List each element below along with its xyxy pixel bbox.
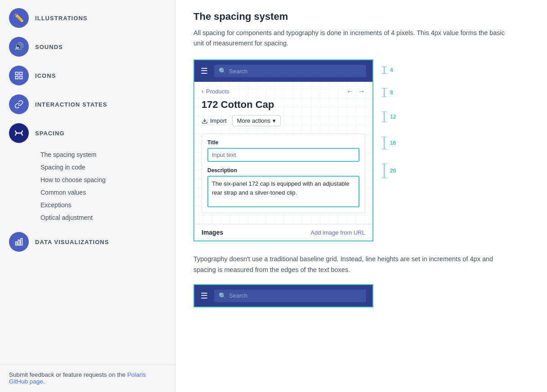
preview-box: ☰ 🔍 Search ‹ Products ← → 1 xyxy=(193,59,373,241)
search-icon: 🔍 xyxy=(219,67,226,75)
annotation-20: 20 xyxy=(381,164,396,178)
preview-search-bottom[interactable]: 🔍 Search xyxy=(214,290,366,302)
subnav-item-optical-adjustment[interactable]: Optical adjustment xyxy=(35,211,175,224)
search-placeholder-bottom: Search xyxy=(229,292,247,299)
svg-rect-5 xyxy=(18,240,19,245)
preview-search[interactable]: 🔍 Search xyxy=(214,65,366,77)
breadcrumb-text[interactable]: Products xyxy=(206,88,229,95)
sidebar-item-icons[interactable]: ICONS xyxy=(0,61,175,90)
sidebar-item-label: ICONS xyxy=(35,72,56,79)
annotations-panel: 4 8 12 xyxy=(373,59,396,185)
import-label: Import xyxy=(210,117,227,124)
annotation-12: 12 xyxy=(381,111,396,122)
preview-box-bottom: ☰ 🔍 Search xyxy=(193,284,373,307)
preview-content: ‹ Products ← → 172 Cotton Cap Import xyxy=(194,82,372,224)
svg-rect-0 xyxy=(16,72,18,75)
sidebar-item-interaction-states[interactable]: INTERACTION STATES xyxy=(0,90,175,119)
annotation-arrow-icon xyxy=(381,137,388,149)
sidebar: ✏️ ILLUSTRATIONS 🔊 SOUNDS ICONS INTERACT… xyxy=(0,0,175,392)
annotation-8: 8 xyxy=(381,88,393,97)
images-section-title: Images xyxy=(202,229,223,236)
back-arrow-icon: ‹ xyxy=(202,88,203,94)
breadcrumb-row: ‹ Products ← → xyxy=(202,87,365,95)
subnav-item-how-to-choose[interactable]: How to choose spacing xyxy=(35,174,175,186)
sidebar-item-label: DATA VISUALIZATIONS xyxy=(35,239,109,245)
sidebar-item-sounds[interactable]: 🔊 SOUNDS xyxy=(0,32,175,61)
footer-text-before: Submit feedback or feature requests on t… xyxy=(9,371,127,378)
more-actions-button[interactable]: More actions ▾ xyxy=(232,115,281,126)
svg-rect-4 xyxy=(16,242,17,245)
interaction-states-icon xyxy=(9,94,29,114)
title-input-placeholder: Input text xyxy=(212,151,236,158)
sidebar-item-illustrations[interactable]: ✏️ ILLUSTRATIONS xyxy=(0,4,175,32)
annotation-16: 16 xyxy=(381,137,396,149)
icons-icon xyxy=(9,66,29,85)
more-actions-label: More actions xyxy=(237,117,270,124)
annotation-4: 4 xyxy=(381,67,393,74)
annotation-arrow-icon xyxy=(381,164,388,178)
sidebar-item-data-visualizations[interactable]: DATA VISUALIZATIONS xyxy=(0,227,175,256)
title-field-label: Title xyxy=(207,139,359,146)
footer-text-after: . xyxy=(43,378,45,385)
product-title: 172 Cotton Cap xyxy=(202,99,365,111)
hamburger-icon[interactable]: ☰ xyxy=(201,66,208,76)
prev-arrow-icon[interactable]: ← xyxy=(346,87,354,95)
svg-rect-2 xyxy=(16,76,18,79)
data-viz-icon xyxy=(9,232,29,252)
section-title: The spacing system xyxy=(193,11,529,22)
chevron-down-icon: ▾ xyxy=(273,117,276,124)
spacing-icon xyxy=(9,123,29,143)
subnav-item-common-values[interactable]: Common values xyxy=(35,186,175,199)
intro-text: All spacing for components and typograph… xyxy=(193,28,508,49)
hamburger-icon-bottom[interactable]: ☰ xyxy=(201,291,208,301)
import-button[interactable]: Import xyxy=(202,117,227,124)
annotation-arrow-icon xyxy=(381,67,388,74)
illustrations-icon: ✏️ xyxy=(9,8,29,28)
preview-actions: Import More actions ▾ xyxy=(202,115,365,126)
description-textarea[interactable]: The six-panel 172 cap is equipped with a… xyxy=(207,176,359,207)
svg-rect-6 xyxy=(21,239,22,245)
sounds-icon: 🔊 xyxy=(9,37,29,57)
main-content: The spacing system All spacing for compo… xyxy=(175,0,547,392)
body-text-2: Typography doesn't use a traditional bas… xyxy=(193,254,508,275)
preview-form-section: Title Input text Description The six-pan… xyxy=(202,134,365,213)
sidebar-scroll: ✏️ ILLUSTRATIONS 🔊 SOUNDS ICONS INTERACT… xyxy=(0,0,175,365)
sidebar-item-label: SPACING xyxy=(35,130,65,137)
svg-rect-3 xyxy=(20,76,22,79)
annotation-value-4: 4 xyxy=(390,67,393,73)
sidebar-item-label: INTERACTION STATES xyxy=(35,101,108,108)
description-field-label: Description xyxy=(207,167,359,174)
annotation-arrow-icon xyxy=(381,88,388,97)
next-arrow-icon[interactable]: → xyxy=(358,87,365,95)
annotation-arrow-icon xyxy=(381,111,388,122)
preview-topbar-bottom: ☰ 🔍 Search xyxy=(194,285,372,307)
subnav-item-exceptions[interactable]: Exceptions xyxy=(35,199,175,211)
svg-rect-1 xyxy=(20,72,22,75)
preview-container: ☰ 🔍 Search ‹ Products ← → 1 xyxy=(193,59,529,241)
spacing-subnav: The spacing system Spacing in code How t… xyxy=(0,147,175,227)
annotation-value-12: 12 xyxy=(390,114,396,120)
sidebar-item-label: SOUNDS xyxy=(35,44,63,50)
title-input[interactable]: Input text xyxy=(207,148,359,162)
sidebar-footer: Submit feedback or feature requests on t… xyxy=(0,365,175,392)
sidebar-item-label: ILLUSTRATIONS xyxy=(35,15,88,22)
subnav-item-spacing-system[interactable]: The spacing system xyxy=(35,148,175,161)
annotation-value-16: 16 xyxy=(390,140,396,146)
import-icon xyxy=(202,118,208,124)
search-icon-bottom: 🔍 xyxy=(219,292,226,299)
search-placeholder: Search xyxy=(229,68,247,75)
annotation-value-20: 20 xyxy=(390,168,396,174)
nav-arrows: ← → xyxy=(346,87,365,95)
sidebar-item-spacing[interactable]: SPACING xyxy=(0,119,175,147)
annotation-value-8: 8 xyxy=(390,89,393,96)
preview-topbar: ☰ 🔍 Search xyxy=(194,60,372,82)
subnav-item-spacing-code[interactable]: Spacing in code xyxy=(35,161,175,174)
add-image-button[interactable]: Add image from URL xyxy=(311,229,365,236)
preview-images-section: Images Add image from URL xyxy=(194,224,372,241)
